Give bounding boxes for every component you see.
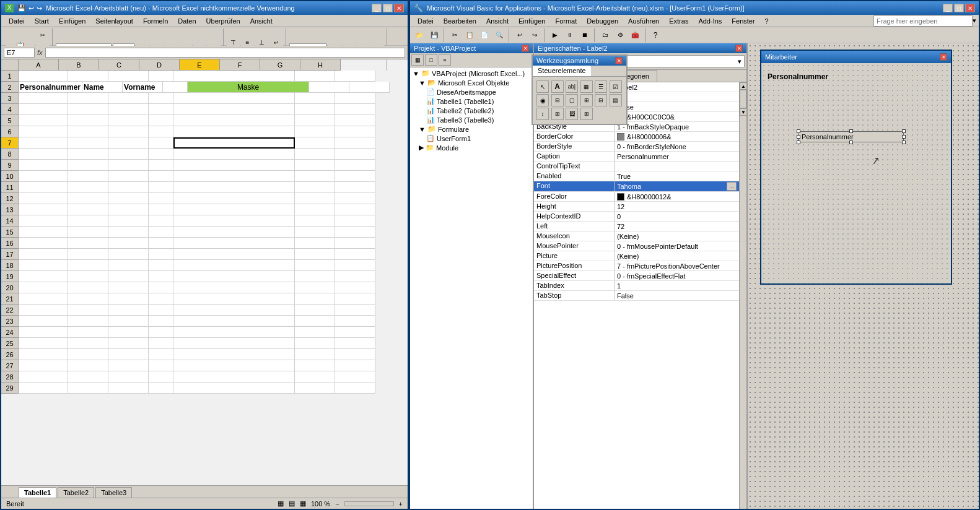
redo-btn[interactable]: ↪ bbox=[37, 4, 42, 12]
cell-D19[interactable] bbox=[149, 271, 173, 282]
cell-F13[interactable] bbox=[295, 204, 335, 215]
tree-formulare[interactable]: ▼ 📁 Formulare bbox=[411, 124, 532, 134]
cell-F7[interactable] bbox=[295, 137, 335, 149]
cell-E13[interactable] bbox=[173, 204, 295, 215]
row-28[interactable]: 28 bbox=[1, 371, 19, 382]
vba-menu-ansicht[interactable]: Ansicht bbox=[481, 16, 514, 26]
cell-A4[interactable] bbox=[19, 104, 68, 115]
scroll-thumb[interactable] bbox=[740, 90, 746, 108]
cell-C24[interactable] bbox=[108, 327, 149, 338]
cell-B17[interactable] bbox=[68, 249, 108, 260]
cell-A25[interactable] bbox=[19, 338, 68, 349]
cell-G5[interactable] bbox=[335, 115, 375, 126]
handle-tl[interactable] bbox=[797, 129, 800, 133]
cell-E10[interactable] bbox=[173, 171, 295, 182]
cell-F27[interactable] bbox=[295, 360, 335, 371]
cell-A19[interactable] bbox=[19, 271, 68, 282]
row-4[interactable]: 4 bbox=[1, 104, 19, 115]
cell-C13[interactable] bbox=[108, 204, 149, 215]
tree-excel-objects[interactable]: ▼ 📂 Microsoft Excel Objekte bbox=[411, 78, 532, 87]
properties-close-button[interactable]: ✕ bbox=[735, 45, 743, 52]
toolbox-commandbutton-tool[interactable]: ⊞ bbox=[580, 94, 593, 106]
props-scrollbar[interactable]: ▲ ▼ bbox=[739, 82, 746, 509]
cell-A27[interactable] bbox=[19, 360, 68, 371]
cell-B16[interactable] bbox=[68, 238, 108, 249]
cell-A14[interactable] bbox=[19, 215, 68, 227]
row-23[interactable]: 23 bbox=[1, 316, 19, 327]
cell-A1[interactable] bbox=[19, 71, 68, 82]
cell-F4[interactable] bbox=[295, 104, 335, 115]
cell-F2[interactable] bbox=[309, 82, 349, 93]
row-29[interactable]: 29 bbox=[1, 382, 19, 394]
cell-G23[interactable] bbox=[335, 316, 375, 327]
cell-D10[interactable] bbox=[149, 171, 173, 182]
props-row-caption[interactable]: CaptionPersonalnummer bbox=[534, 152, 739, 162]
toolbox-spinbutton-tool[interactable]: ⊞ bbox=[551, 108, 564, 120]
toolbox-scrollbar-tool[interactable]: ↕ bbox=[536, 108, 549, 120]
col-header-C[interactable]: C bbox=[99, 59, 139, 71]
cell-D9[interactable] bbox=[149, 160, 173, 171]
cell-G27[interactable] bbox=[335, 360, 375, 371]
view-normal-icon[interactable]: ▦ bbox=[278, 499, 284, 508]
cell-E5[interactable] bbox=[173, 115, 295, 126]
cell-E23[interactable] bbox=[173, 316, 295, 327]
tree-userform1[interactable]: 📋 UserForm1 bbox=[411, 134, 532, 143]
vba-toolbox-icon[interactable]: 🧰 bbox=[628, 28, 642, 42]
cell-B24[interactable] bbox=[68, 327, 108, 338]
vba-menu-format[interactable]: Format bbox=[550, 16, 582, 26]
vba-help-icon[interactable]: ? bbox=[649, 28, 662, 42]
undo-btn[interactable]: ↩ bbox=[28, 4, 34, 12]
cell-C3[interactable] bbox=[108, 93, 149, 104]
col-header-G[interactable]: G bbox=[260, 59, 300, 71]
row-22[interactable]: 22 bbox=[1, 305, 19, 316]
cell-D17[interactable] bbox=[149, 249, 173, 260]
props-row-picture[interactable]: Picture(Keine) bbox=[534, 251, 739, 261]
cell-G29[interactable] bbox=[335, 382, 375, 394]
col-header-F[interactable]: F bbox=[220, 59, 260, 71]
cell-B10[interactable] bbox=[68, 171, 108, 182]
cell-E7[interactable] bbox=[173, 137, 295, 149]
cell-C7[interactable] bbox=[108, 137, 149, 149]
cell-B5[interactable] bbox=[68, 115, 108, 126]
cell-F29[interactable] bbox=[295, 382, 335, 394]
tree-tabelle2[interactable]: 📊 Tabelle2 (Tabelle2) bbox=[411, 106, 532, 115]
cell-D14[interactable] bbox=[149, 215, 173, 227]
vba-search-input[interactable] bbox=[873, 15, 973, 27]
col-header-B[interactable]: B bbox=[59, 59, 99, 71]
cell-D21[interactable] bbox=[149, 293, 173, 305]
cell-A20[interactable] bbox=[19, 282, 68, 293]
props-row-helpcontextid[interactable]: HelpContextID0 bbox=[534, 212, 739, 222]
cell-C12[interactable] bbox=[108, 193, 149, 204]
cell-E15[interactable] bbox=[173, 227, 295, 238]
cell-D6[interactable] bbox=[149, 126, 173, 137]
cell-G24[interactable] bbox=[335, 327, 375, 338]
cell-D5[interactable] bbox=[149, 115, 173, 126]
row-14[interactable]: 14 bbox=[1, 215, 19, 227]
cell-D15[interactable] bbox=[149, 227, 173, 238]
cell-A28[interactable] bbox=[19, 371, 68, 382]
cell-F8[interactable] bbox=[295, 149, 335, 160]
view-layout-icon[interactable]: ▤ bbox=[289, 499, 295, 508]
cell-D1[interactable] bbox=[149, 71, 173, 82]
col-header-A[interactable]: A bbox=[19, 59, 59, 71]
cell-E26[interactable] bbox=[173, 349, 295, 360]
cell-B13[interactable] bbox=[68, 204, 108, 215]
menu-daten[interactable]: Daten bbox=[173, 16, 201, 26]
cell-D3[interactable] bbox=[149, 93, 173, 104]
cell-A6[interactable] bbox=[19, 126, 68, 137]
cell-D29[interactable] bbox=[149, 382, 173, 394]
cell-D4[interactable] bbox=[149, 104, 173, 115]
row-2[interactable]: 2 bbox=[1, 82, 19, 93]
mitarbeiter-close-button[interactable]: ✕ bbox=[940, 53, 947, 61]
cell-D7[interactable] bbox=[149, 137, 173, 149]
cell-C28[interactable] bbox=[108, 371, 149, 382]
cell-D2[interactable] bbox=[163, 82, 188, 93]
props-row-pictureposition[interactable]: PicturePosition7 - fmPicturePositionAbov… bbox=[534, 261, 739, 271]
cell-F23[interactable] bbox=[295, 316, 335, 327]
vba-menu-bearbeiten[interactable]: Bearbeiten bbox=[439, 16, 481, 26]
vba-menu-fenster[interactable]: Fenster bbox=[727, 16, 759, 26]
cell-A23[interactable] bbox=[19, 316, 68, 327]
cell-F14[interactable] bbox=[295, 215, 335, 227]
toolbox-textbox-tool[interactable]: ab| bbox=[566, 80, 578, 93]
cell-G20[interactable] bbox=[335, 282, 375, 293]
